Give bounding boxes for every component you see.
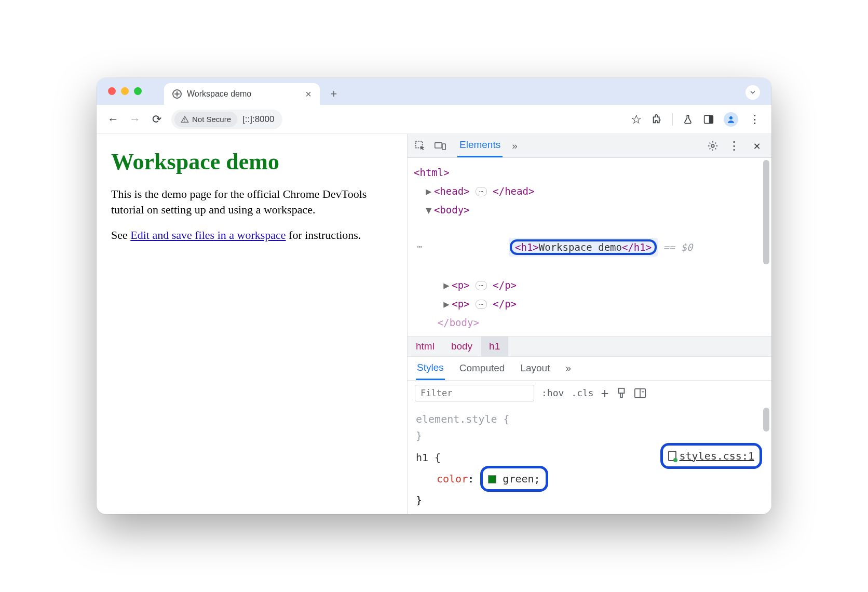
file-icon xyxy=(668,451,676,461)
svg-rect-3 xyxy=(709,115,713,123)
dom-body-open[interactable]: <body> xyxy=(434,204,470,216)
expand-arrow-icon[interactable]: ▶ xyxy=(426,182,434,200)
devices-icon xyxy=(435,141,446,151)
svg-rect-1 xyxy=(184,120,185,121)
svg-rect-9 xyxy=(619,388,625,393)
dom-h1-close: </h1> xyxy=(622,241,652,253)
collapse-arrow-icon[interactable]: ▼ xyxy=(426,200,434,219)
tab-elements[interactable]: Elements xyxy=(457,134,503,157)
dom-head-close: </head> xyxy=(493,185,534,197)
browser-tab[interactable]: Workspace demo × xyxy=(164,83,320,105)
toolbar: ← → ⟳ Not Secure [::]:8000 ☆ xyxy=(97,105,771,134)
tab-more[interactable]: » xyxy=(510,135,520,157)
titlebar: Workspace demo × + xyxy=(97,78,771,105)
svg-rect-6 xyxy=(435,142,442,147)
close-window-button[interactable] xyxy=(108,87,116,95)
hov-button[interactable]: :hov xyxy=(541,387,564,398)
styles-scrollbar[interactable] xyxy=(763,408,769,432)
tab-title: Workspace demo xyxy=(187,89,251,99)
styles-toolbar: :hov .cls + xyxy=(408,381,771,406)
reload-button[interactable]: ⟳ xyxy=(150,113,164,126)
element-style-rule[interactable]: element.style { xyxy=(416,413,510,425)
tab-styles-more[interactable]: » xyxy=(564,357,572,379)
url-text: [::]:8000 xyxy=(242,114,274,125)
source-ref-callout: styles.css:1 xyxy=(660,443,763,469)
minimize-window-button[interactable] xyxy=(121,87,129,95)
devtools-close-button[interactable]: ✕ xyxy=(750,139,764,152)
css-property-value[interactable]: green; xyxy=(503,473,540,485)
forward-button[interactable]: → xyxy=(128,113,142,126)
dom-p-open[interactable]: <p> xyxy=(452,279,469,291)
svg-point-8 xyxy=(711,144,714,147)
device-toolbar-button[interactable] xyxy=(435,140,446,152)
security-chip[interactable]: Not Secure xyxy=(174,112,237,127)
ellipsis-icon[interactable]: ⋯ xyxy=(476,187,487,196)
tab-computed[interactable]: Computed xyxy=(458,357,506,379)
labs-button[interactable] xyxy=(682,114,694,125)
console-ref: == $0 xyxy=(663,241,693,253)
row-actions-icon[interactable]: ⋯ xyxy=(417,238,423,255)
security-label: Not Secure xyxy=(192,115,231,124)
crumb-h1[interactable]: h1 xyxy=(481,337,508,356)
devtools-menu-button[interactable]: ⋮ xyxy=(727,139,741,152)
tutorial-link[interactable]: Edit and save files in a workspace xyxy=(130,228,286,241)
address-bar[interactable]: Not Secure [::]:8000 xyxy=(171,110,282,129)
color-swatch-icon[interactable] xyxy=(488,475,496,483)
person-icon xyxy=(726,115,736,124)
dom-tree[interactable]: <html> ▶<head> ⋯ </head> ▼<body> ⋯ <h1>W… xyxy=(408,158,771,336)
css-property-name[interactable]: color xyxy=(437,473,468,485)
dom-h1-text: Workspace demo xyxy=(539,241,622,253)
browser-menu-button[interactable]: ⋮ xyxy=(748,113,762,126)
warning-icon xyxy=(181,115,189,124)
styles-pane[interactable]: element.style { } h1 { color: green; } xyxy=(408,406,771,514)
tab-overflow-button[interactable] xyxy=(745,85,760,100)
para2-suffix: for instructions. xyxy=(286,228,361,241)
expand-arrow-icon[interactable]: ▶ xyxy=(443,276,452,294)
new-style-rule-button[interactable]: + xyxy=(601,386,608,400)
cls-button[interactable]: .cls xyxy=(571,387,593,398)
flask-icon xyxy=(683,114,693,125)
dom-head-open[interactable]: <head> xyxy=(434,185,470,197)
ellipsis-icon[interactable]: ⋯ xyxy=(476,300,487,309)
format-button[interactable] xyxy=(616,387,627,399)
bookmark-star-button[interactable]: ☆ xyxy=(631,114,642,125)
new-tab-button[interactable]: + xyxy=(325,85,343,103)
crumb-html[interactable]: html xyxy=(408,337,443,356)
source-link[interactable]: styles.css:1 xyxy=(680,450,755,462)
computed-toggle-button[interactable] xyxy=(634,387,646,399)
crumb-body[interactable]: body xyxy=(443,337,481,356)
svg-rect-7 xyxy=(442,144,445,150)
tab-layout[interactable]: Layout xyxy=(519,357,551,379)
svg-rect-0 xyxy=(184,118,185,120)
back-button[interactable]: ← xyxy=(106,113,120,126)
page-paragraph-2: See Edit and save files in a workspace f… xyxy=(111,227,392,243)
rendered-page: Workspace demo This is the demo page for… xyxy=(97,134,407,514)
maximize-window-button[interactable] xyxy=(134,87,142,95)
inspect-icon xyxy=(415,140,426,152)
color-value-callout: green; xyxy=(480,466,548,492)
profile-button[interactable] xyxy=(724,112,738,127)
ellipsis-icon[interactable]: ⋯ xyxy=(476,281,487,290)
gear-icon xyxy=(707,140,718,152)
close-brace-1: } xyxy=(416,429,422,442)
main-split: Workspace demo This is the demo page for… xyxy=(97,134,771,514)
extensions-button[interactable] xyxy=(652,114,663,125)
side-panel-button[interactable] xyxy=(703,114,714,125)
dom-body-close: </body> xyxy=(438,317,479,328)
para2-prefix: See xyxy=(111,228,130,241)
selected-h1-node[interactable]: <h1>Workspace demo</h1> xyxy=(510,239,657,255)
panel-icon xyxy=(703,114,714,125)
devtools-settings-button[interactable] xyxy=(707,140,718,152)
page-heading: Workspace demo xyxy=(111,149,392,175)
dom-html-open[interactable]: <html> xyxy=(414,167,450,178)
close-brace-2: } xyxy=(416,494,422,506)
dom-p-open-2[interactable]: <p> xyxy=(452,298,469,310)
expand-arrow-icon[interactable]: ▶ xyxy=(443,294,452,313)
tab-styles[interactable]: Styles xyxy=(416,357,445,380)
styles-filter-input[interactable] xyxy=(415,385,534,401)
close-tab-button[interactable]: × xyxy=(305,88,311,100)
svg-rect-10 xyxy=(620,393,622,397)
inspect-element-button[interactable] xyxy=(415,140,426,152)
devtools-toolbar: Elements » ⋮ ✕ xyxy=(408,134,771,158)
h1-rule-selector[interactable]: h1 { xyxy=(416,451,441,464)
